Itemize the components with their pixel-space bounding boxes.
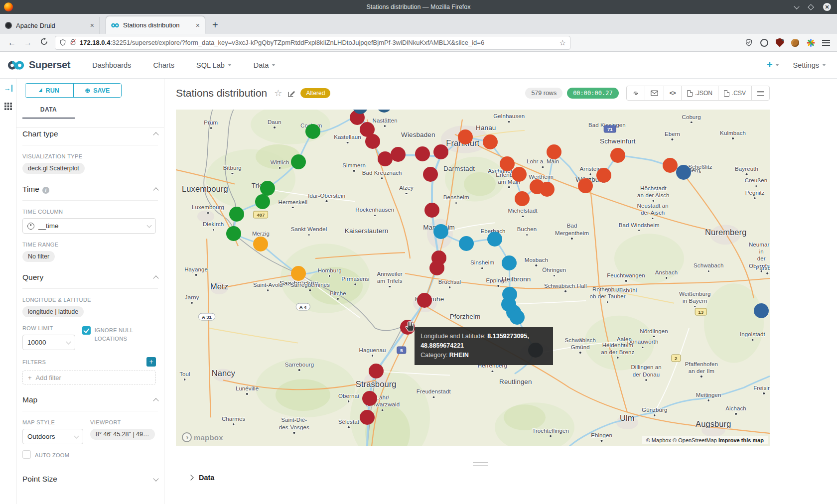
station-point[interactable] (369, 364, 384, 378)
station-point[interactable] (417, 293, 432, 308)
improve-map-link[interactable]: Improve this map (718, 437, 764, 443)
window-close-icon[interactable]: ✕ (823, 3, 831, 11)
station-point[interactable] (362, 391, 377, 406)
nav-sql-lab[interactable]: SQL Lab (196, 61, 232, 69)
station-point[interactable] (500, 156, 515, 171)
reload-button[interactable] (36, 38, 52, 47)
station-point[interactable] (253, 237, 268, 252)
station-point[interactable] (365, 134, 380, 149)
ignore-null-checkbox-row[interactable]: IGNORE NULL LOCATIONS (82, 326, 156, 343)
tab-close-icon[interactable]: × (90, 21, 94, 29)
url-bar[interactable]: 172.18.0.4:32251/superset/explore/?form_… (55, 36, 570, 50)
station-point[interactable] (487, 232, 502, 247)
export-json-button[interactable]: .JSON (682, 86, 718, 100)
station-point[interactable] (291, 266, 306, 281)
settings-menu[interactable]: Settings (793, 61, 826, 69)
station-point[interactable] (578, 178, 593, 193)
station-point[interactable] (502, 255, 517, 270)
section-header-map[interactable]: Map (22, 395, 158, 411)
viz-type-value[interactable]: deck.gl Scatterplot (22, 163, 85, 174)
station-point[interactable] (540, 182, 555, 197)
new-tab-button[interactable]: + (212, 19, 218, 34)
time-column-select[interactable]: __time (22, 218, 156, 234)
insecure-lock-icon[interactable] (70, 38, 76, 47)
osm-attribution-link[interactable]: © OpenStreetMap (673, 437, 718, 443)
station-point[interactable] (515, 191, 530, 206)
pane-drag-handle[interactable] (473, 462, 488, 468)
station-point[interactable] (423, 167, 438, 182)
mapbox-logo[interactable]: ◑ mapbox (182, 432, 223, 442)
forward-button[interactable]: → (20, 38, 36, 47)
cookie-extension-icon[interactable] (791, 39, 799, 47)
section-header-point-size[interactable]: Point Size (22, 475, 158, 490)
tab-apache-druid[interactable]: Apache Druid × (0, 17, 100, 34)
station-point[interactable] (305, 124, 320, 139)
add-filter-dropzone[interactable]: + Add filter (22, 371, 156, 384)
superset-logo[interactable]: Superset (7, 59, 70, 71)
ublock-extension-icon[interactable]: 2 (776, 38, 784, 47)
station-point[interactable] (433, 144, 448, 159)
permissions-shield-icon[interactable] (59, 39, 66, 46)
station-point[interactable] (663, 158, 678, 173)
station-point[interactable] (433, 224, 448, 239)
station-point[interactable] (424, 203, 439, 218)
checkbox-checked-icon[interactable] (82, 326, 91, 335)
station-point[interactable] (458, 129, 473, 144)
station-point[interactable] (676, 165, 691, 180)
tab-close-icon[interactable]: × (196, 21, 200, 29)
station-point[interactable] (483, 134, 498, 149)
window-maximize-icon[interactable] (808, 4, 814, 10)
back-button[interactable]: ← (4, 38, 20, 47)
station-point[interactable] (415, 146, 430, 161)
station-point[interactable] (754, 303, 769, 318)
save-button[interactable]: ⊕SAVE (73, 84, 122, 97)
tracking-protection-icon[interactable] (745, 38, 753, 47)
row-limit-select[interactable]: 10000 (22, 335, 75, 350)
station-point[interactable] (547, 144, 561, 159)
browser-menu-icon[interactable] (822, 40, 830, 46)
station-point[interactable] (360, 410, 375, 425)
station-point[interactable] (391, 147, 406, 162)
email-button[interactable] (645, 86, 664, 100)
deckgl-scatterplot-map[interactable]: PrümDaunCochemNastättenGelnhausenBad Kis… (176, 110, 770, 446)
station-point[interactable] (291, 154, 306, 169)
station-point[interactable] (510, 310, 525, 325)
export-csv-button[interactable]: .CSV (718, 86, 752, 100)
new-item-button[interactable]: + (767, 59, 779, 71)
collapse-panel-icon[interactable]: → (4, 85, 12, 92)
station-point[interactable] (429, 260, 444, 275)
station-point[interactable] (610, 148, 625, 163)
colorful-extension-icon[interactable] (807, 39, 815, 47)
edit-pencil-icon[interactable] (288, 90, 295, 97)
station-point[interactable] (596, 168, 611, 183)
station-point[interactable] (512, 167, 527, 182)
nav-data[interactable]: Data (254, 61, 276, 69)
run-button[interactable]: RUN (25, 84, 73, 97)
tab-stations-distribution[interactable]: Stations distribution × (106, 16, 205, 34)
lonlat-value[interactable]: longitude | latitude (22, 306, 84, 317)
time-range-value[interactable]: No filter (22, 251, 55, 262)
station-point[interactable] (260, 181, 275, 196)
data-panel-toggle[interactable]: Data (189, 474, 214, 482)
add-filter-plus-button[interactable]: + (146, 357, 156, 367)
tab-data[interactable]: DATA (22, 106, 75, 119)
bookmark-star-icon[interactable]: ☆ (559, 38, 566, 47)
mapbox-attribution-link[interactable]: © Mapbox (646, 437, 673, 443)
station-point[interactable] (229, 207, 244, 222)
section-header-query[interactable]: Query (22, 273, 158, 289)
map-style-select[interactable]: Outdoors (22, 429, 83, 444)
station-point[interactable] (459, 236, 474, 251)
container-extension-icon[interactable] (760, 39, 768, 47)
nav-charts[interactable]: Charts (153, 61, 174, 69)
viewport-value[interactable]: 8° 46' 45.28" | 49… (90, 429, 155, 440)
chart-menu-button[interactable] (752, 86, 769, 100)
checkbox-unchecked-icon[interactable] (22, 450, 31, 459)
station-point[interactable] (226, 226, 241, 241)
section-header-time[interactable]: Timei (22, 185, 158, 201)
favorite-star-icon[interactable]: ☆ (274, 88, 282, 99)
copy-link-button[interactable] (627, 86, 645, 100)
auto-zoom-checkbox-row[interactable]: AUTO ZOOM (22, 450, 83, 460)
window-minimize-icon[interactable] (794, 3, 799, 9)
station-point[interactable] (255, 194, 270, 209)
section-header-chart-type[interactable]: Chart type (22, 129, 158, 145)
